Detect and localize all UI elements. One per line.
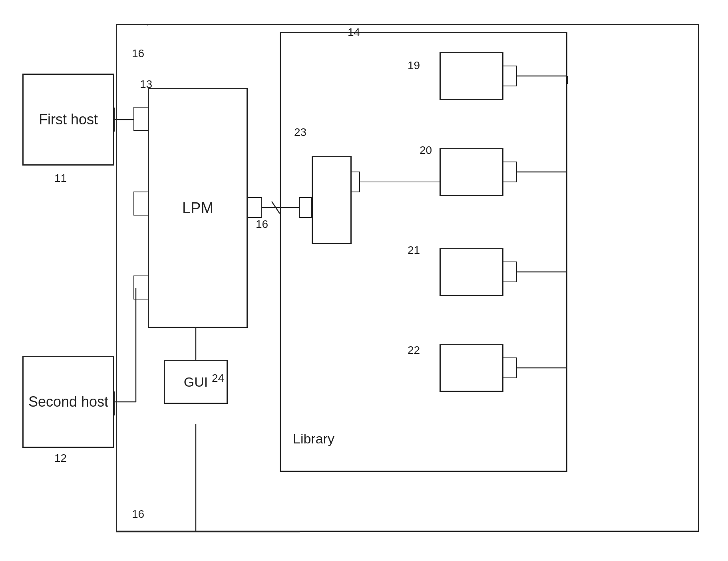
ref-16-mid: 16 bbox=[256, 218, 268, 231]
ref-16-top: 16 bbox=[132, 47, 144, 60]
ref-11: 11 bbox=[54, 172, 67, 185]
ref-19: 19 bbox=[408, 59, 420, 72]
first-host-label: First host bbox=[39, 110, 98, 129]
drive-22 bbox=[440, 344, 503, 392]
library-box: Library bbox=[280, 32, 567, 472]
diagram-container: Library LPM GUI First host Second host 1… bbox=[0, 0, 728, 561]
gui-label: GUI bbox=[184, 374, 208, 390]
first-host-box: First host bbox=[22, 74, 114, 166]
ref-16-bot: 16 bbox=[132, 508, 144, 521]
robot-unit bbox=[312, 156, 352, 244]
ref-22: 22 bbox=[408, 344, 420, 357]
ref-24: 24 bbox=[212, 372, 224, 385]
drive-20 bbox=[440, 148, 503, 196]
library-label: Library bbox=[293, 431, 334, 447]
ref-13: 13 bbox=[140, 78, 152, 91]
drive-19 bbox=[440, 52, 503, 100]
second-host-label: Second host bbox=[28, 393, 108, 411]
ref-23: 23 bbox=[294, 126, 306, 139]
lpm-box: LPM bbox=[148, 88, 248, 328]
second-host-box: Second host bbox=[22, 356, 114, 448]
ref-12: 12 bbox=[54, 452, 67, 465]
lpm-label: LPM bbox=[182, 200, 213, 217]
ref-14: 14 bbox=[348, 26, 360, 39]
ref-21: 21 bbox=[408, 244, 420, 257]
drive-21 bbox=[440, 248, 503, 296]
ref-20: 20 bbox=[420, 144, 432, 157]
